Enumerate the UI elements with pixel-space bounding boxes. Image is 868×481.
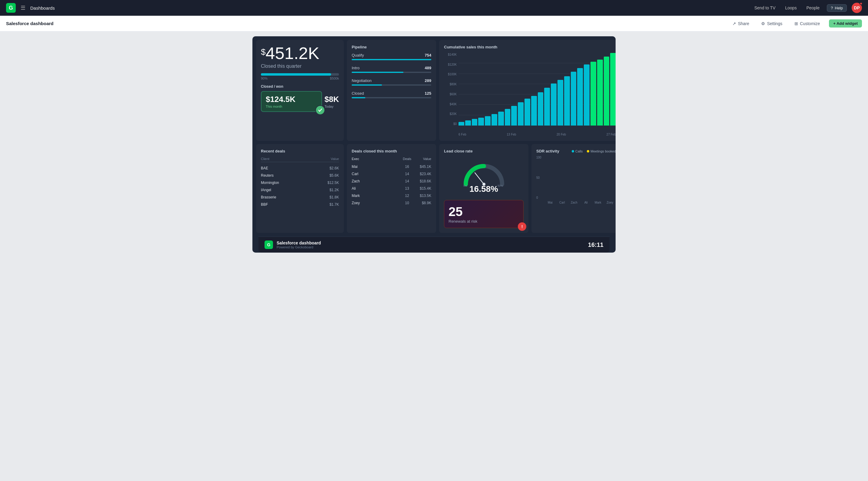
chart-bar [525, 99, 530, 126]
chart-bar [604, 57, 610, 126]
footer-time: 16:11 [588, 242, 603, 248]
hamburger-icon[interactable]: ☰ [21, 4, 25, 11]
lead-close-title: Lead close rate [444, 149, 524, 153]
dashboard-content: $451.2K Closed this quarter 90% $500k Cl… [0, 31, 868, 257]
renewals-label: Renewals at risk [448, 219, 519, 224]
chart-bar [478, 118, 484, 126]
calls-dot [572, 150, 574, 153]
app-title: Dashboards [30, 5, 55, 10]
dcm-rows: Mai 16 $45.1K Carl 14 $23.4K Zach 14 $18… [352, 163, 431, 206]
dcm-row: Zoey 10 $8.9K [352, 199, 431, 206]
pipeline-item: Intro 489 [352, 66, 431, 73]
share-button[interactable]: ↗ Share [730, 19, 752, 28]
chart-bar [610, 53, 616, 126]
sdr-bars-container [544, 156, 616, 197]
sub-nav: Salesforce dashboard ↗ Share ⚙ Settings … [0, 16, 868, 31]
closed-won-section: Closed / won $124.5K This month $8K Toda… [261, 85, 339, 112]
deal-row: IAngel $1.2K [261, 186, 339, 194]
dcm-row: Ali 13 $15.4K [352, 185, 431, 192]
chart-bars-container [459, 53, 616, 126]
sdr-title: SDR activity [536, 149, 559, 153]
svg-text:0%: 0% [463, 184, 467, 187]
sdr-activity-widget: SDR activity Calls Meetings booked 10050 [531, 144, 616, 233]
renewals-box: 25 Renewals at risk ! [444, 200, 524, 228]
today-label: Today [324, 105, 339, 108]
progress-bar-container: 90% $500k [261, 73, 339, 80]
sdr-header: SDR activity Calls Meetings booked [536, 149, 616, 153]
nav-loops[interactable]: Loops [783, 5, 799, 10]
chart-bar [518, 102, 524, 126]
svg-text:50%: 50% [498, 184, 503, 187]
sdr-chart: 100500 MaiCarlZachAliMarkZoey [536, 156, 616, 204]
user-avatar[interactable]: DP [851, 3, 862, 13]
deals-closed-widget: Deals closed this month Exec Deals Value… [347, 144, 436, 233]
chart-bar [551, 84, 557, 126]
chart-bar [544, 88, 550, 126]
chart-bar [472, 119, 477, 126]
today-card: $8K Today [324, 92, 339, 111]
closed-quarter-widget: $451.2K Closed this quarter 90% $500k Cl… [256, 40, 344, 141]
nav-send-to-tv[interactable]: Send to TV [752, 5, 778, 10]
alert-icon: ! [518, 222, 526, 231]
chart-bar [511, 106, 517, 126]
chart-x-labels: 6 Feb13 Feb20 Feb27 Feb [459, 133, 616, 136]
dashboard-wrapper: $451.2K Closed this quarter 90% $500k Cl… [252, 36, 616, 253]
top-nav: G ☰ Dashboards Send to TV Loops People ?… [0, 0, 868, 16]
chart-bar [584, 64, 590, 126]
chart-bar [531, 96, 537, 126]
page-title: Salesforce dashboard [6, 21, 54, 26]
chart-bar [465, 120, 471, 126]
sdr-legend: Calls Meetings booked [572, 150, 616, 153]
sdr-y-labels: 100500 [536, 156, 543, 199]
help-button[interactable]: ? Help [827, 4, 847, 12]
legend-calls: Calls [572, 150, 583, 153]
pipeline-item: Negotiation 289 [352, 78, 431, 86]
footer-title: Salesforce dashboard [277, 241, 321, 245]
pipeline-item: Closed 125 [352, 91, 431, 98]
gauge-container: 0% 50% 16.58% [444, 157, 524, 197]
help-label: Help [835, 6, 843, 10]
dcm-row: Mai 16 $45.1K [352, 163, 431, 170]
avatar-notification-dot [860, 2, 863, 5]
customize-icon: ⊞ [795, 21, 798, 26]
nav-people[interactable]: People [804, 5, 822, 10]
cumulative-sales-widget: Cumulative sales this month $140K$120K$1… [439, 40, 616, 141]
dashboard-footer: G Salesforce dashboard Powered by Geckob… [258, 236, 610, 253]
check-icon [315, 105, 325, 115]
chart-bar [597, 60, 603, 126]
pipeline-items: Qualify 754 Intro 489 Negotiation 289 [352, 53, 431, 98]
customize-button[interactable]: ⊞ Customize [792, 19, 823, 28]
add-widget-button[interactable]: + Add widget [829, 19, 862, 28]
chart-y-labels: $140K$120K$100K$80K$60K$40K$20K$0 [444, 53, 457, 132]
chart-bar [505, 109, 510, 126]
chart-bar [571, 72, 577, 126]
dcm-row: Zach 14 $18.6K [352, 178, 431, 185]
this-month-card: $124.5K This month [261, 91, 322, 112]
this-month-amount: $124.5K [266, 95, 317, 104]
chart-bar [498, 111, 504, 126]
gauge-number: 16.58% [469, 184, 498, 194]
today-amount: $8K [324, 95, 339, 104]
renewals-number: 25 [448, 204, 519, 219]
sdr-x-labels: MaiCarlZachAliMarkZoey [544, 201, 616, 204]
progress-bar-fill [261, 73, 331, 76]
deals-closed-title: Deals closed this month [352, 149, 431, 153]
settings-button[interactable]: ⚙ Settings [758, 19, 785, 28]
pipeline-title: Pipeline [352, 45, 431, 49]
footer-logo: G [265, 241, 273, 249]
dcm-row: Mark 12 $13.5K [352, 192, 431, 199]
footer-powered: Powered by Geckoboard [277, 245, 321, 249]
gauge-svg: 0% 50% [460, 160, 508, 187]
this-month-label: This month [266, 105, 317, 108]
deal-row: BAE $2.6K [261, 165, 339, 172]
chart-bar [492, 114, 497, 126]
recent-deals-widget: Recent deals Client Value BAE $2.6K Reut… [256, 144, 344, 233]
chart-bar [538, 92, 544, 126]
big-number-label: Closed this quarter [261, 64, 339, 69]
deals-table-header: Client Value [261, 157, 339, 162]
chart-bar [485, 116, 491, 126]
chart-bar [577, 68, 583, 126]
dashboard-grid: $451.2K Closed this quarter 90% $500k Cl… [252, 36, 616, 236]
meetings-dot [587, 150, 589, 153]
dcm-row: Carl 14 $23.4K [352, 170, 431, 178]
